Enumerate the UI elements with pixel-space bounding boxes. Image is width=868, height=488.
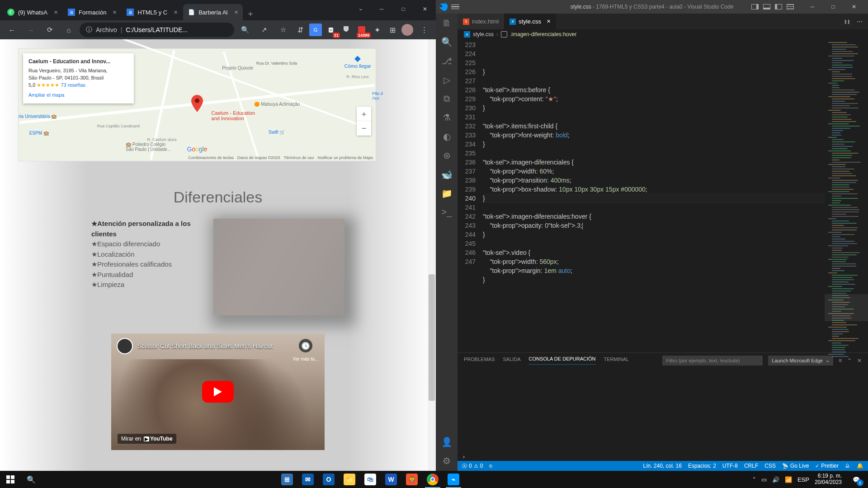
task-view-button[interactable]: ⊞ bbox=[277, 471, 297, 488]
maximize-button[interactable]: □ bbox=[392, 0, 414, 18]
panel-tab-salida[interactable]: SALIDA bbox=[503, 357, 520, 365]
ext-calendar[interactable]: 31 21 bbox=[325, 23, 337, 36]
minimize-button[interactable]: ─ bbox=[371, 0, 392, 18]
ext-cast-icon[interactable]: ⊞ bbox=[386, 23, 399, 36]
status-eol[interactable]: CRLF bbox=[744, 463, 758, 469]
scrollbar[interactable] bbox=[428, 39, 436, 471]
map-footer-terms[interactable]: Términos de uso bbox=[283, 155, 314, 160]
minimize-button[interactable]: ─ bbox=[802, 0, 823, 14]
tabs-search-icon[interactable]: ⌄ bbox=[358, 5, 363, 12]
docker-icon[interactable]: 🐋 bbox=[440, 169, 453, 180]
panel-tab-problemas[interactable]: PROBLEMAS bbox=[464, 357, 495, 365]
new-tab-button[interactable]: ＋ bbox=[244, 7, 257, 20]
language-indicator[interactable]: ESP bbox=[797, 476, 809, 483]
map-reviews[interactable]: 73 reseñas bbox=[61, 82, 85, 88]
tab-formacion[interactable]: a Formación ✕ bbox=[63, 4, 121, 20]
close-icon[interactable]: ✕ bbox=[547, 19, 551, 24]
explorer-button[interactable]: 📁 bbox=[339, 471, 360, 488]
status-position[interactable]: Lín. 240, col. 16 bbox=[643, 463, 681, 469]
map-directions[interactable]: ◆ Cómo llegar bbox=[344, 53, 371, 69]
close-icon[interactable]: ✕ bbox=[54, 9, 58, 15]
ext-shield[interactable]: ⛊ bbox=[340, 23, 353, 36]
close-icon[interactable]: ✕ bbox=[113, 9, 117, 15]
close-panel-icon[interactable]: ✕ bbox=[857, 357, 862, 364]
volume-icon[interactable]: 🔊 bbox=[772, 476, 779, 483]
panel-body[interactable]: › bbox=[458, 368, 868, 461]
status-bell-icon[interactable]: 🔔 bbox=[857, 463, 863, 469]
play-button[interactable] bbox=[202, 381, 234, 403]
map-footer-report[interactable]: Notificar un problema de Maps bbox=[317, 155, 373, 160]
zoom-out-button[interactable]: − bbox=[357, 121, 371, 136]
explorer-icon[interactable]: 🗎 bbox=[440, 18, 453, 28]
status-port[interactable]: ⎋ bbox=[489, 463, 492, 469]
testing-icon[interactable]: ⚗ bbox=[440, 112, 453, 123]
diferenciales-image[interactable] bbox=[213, 219, 344, 315]
notifications-button[interactable]: 💬5 bbox=[847, 471, 865, 488]
remote-icon[interactable]: ⊛ bbox=[440, 150, 453, 161]
status-feedback-icon[interactable]: 🕭 bbox=[845, 463, 850, 469]
battery-icon[interactable]: ▭ bbox=[761, 476, 767, 483]
brave-button[interactable]: 🦁 bbox=[401, 471, 422, 488]
watch-later-button[interactable]: 🕓 Ver más ta... bbox=[293, 339, 318, 362]
maximize-button[interactable]: □ bbox=[823, 0, 844, 14]
start-button[interactable] bbox=[0, 471, 21, 488]
word-button[interactable]: W bbox=[381, 471, 401, 488]
layout-bottom-icon[interactable] bbox=[763, 4, 770, 9]
tab-style-css[interactable]: # style.css ✕ bbox=[504, 14, 556, 29]
kebab-icon[interactable]: ⋮ bbox=[416, 22, 432, 38]
status-errors[interactable]: ⓧ0⚠0 bbox=[462, 463, 483, 469]
close-button[interactable]: ✕ bbox=[844, 0, 864, 14]
share-icon[interactable]: ↗ bbox=[256, 22, 272, 38]
run-debug-icon[interactable]: ▷ bbox=[440, 75, 453, 85]
search-button[interactable]: 🔍 bbox=[21, 471, 42, 488]
channel-avatar[interactable] bbox=[117, 338, 133, 354]
profile-avatar[interactable] bbox=[401, 24, 413, 36]
editor[interactable]: 2232242252262272282292302312322332342352… bbox=[458, 39, 868, 352]
clock[interactable]: 6:19 p. m. 20/04/2023 bbox=[815, 473, 842, 486]
menu-icon[interactable] bbox=[451, 5, 459, 9]
status-lang[interactable]: CSS bbox=[764, 463, 776, 469]
status-spaces[interactable]: Espacios: 2 bbox=[688, 463, 716, 469]
status-encoding[interactable]: UTF-8 bbox=[722, 463, 738, 469]
store-button[interactable]: 🛍 bbox=[360, 471, 381, 488]
mail-button[interactable]: ✉ bbox=[297, 471, 318, 488]
minimap[interactable] bbox=[825, 39, 868, 352]
tab-whatsapp[interactable]: ✆ (9) WhatsA ✕ bbox=[3, 4, 62, 20]
expand-icon[interactable]: ⌃ bbox=[847, 357, 852, 364]
forward-button[interactable]: → bbox=[23, 22, 39, 38]
breadcrumb[interactable]: # style.css › .imagen-diferenciales:hove… bbox=[458, 29, 868, 39]
more-icon[interactable]: ⋯ bbox=[857, 18, 863, 25]
close-icon[interactable]: ✕ bbox=[234, 9, 238, 15]
split-icon[interactable]: ⫿⫿ bbox=[844, 18, 850, 25]
timeline-icon[interactable]: ◐ bbox=[440, 131, 453, 142]
panel-filter-input[interactable]: Filtro (por ejemplo, text, !exclude) bbox=[662, 356, 763, 366]
chrome-button[interactable] bbox=[422, 471, 443, 488]
embedded-map[interactable]: Projeto Quixote Rua Dr. Valentino Sola 🟠… bbox=[18, 48, 376, 161]
map-enlarge-link[interactable]: Ampliar el mapa bbox=[28, 92, 128, 99]
code-area[interactable]: } "tok-sel">.items:before { "tok-prop">c… bbox=[483, 39, 868, 352]
filter-icon[interactable]: ≡ bbox=[839, 357, 842, 364]
zoom-in-button[interactable]: ＋ bbox=[357, 107, 371, 121]
zoom-icon[interactable]: 🔍 bbox=[237, 22, 253, 38]
close-icon[interactable]: ✕ bbox=[174, 9, 178, 15]
outlook-button[interactable]: O bbox=[318, 471, 339, 488]
map-footer-data[interactable]: Datos de mapas ©2023 bbox=[237, 155, 280, 160]
ext-rd[interactable]: ⇵ bbox=[294, 23, 307, 36]
bookmark-icon[interactable]: ☆ bbox=[275, 22, 291, 38]
ext-translate[interactable]: G bbox=[309, 23, 322, 36]
tray-chevron-icon[interactable]: ˄ bbox=[753, 476, 756, 483]
ext-puzzle-icon[interactable]: ✦ bbox=[371, 23, 383, 36]
minimap-viewport[interactable] bbox=[825, 294, 868, 321]
youtube-embed[interactable]: Scissor Cut Short Back and Sides Men's H… bbox=[111, 333, 325, 450]
ext-red[interactable]: 14399 bbox=[355, 23, 368, 36]
layout-left-icon[interactable] bbox=[751, 4, 759, 9]
wifi-icon[interactable]: 📶 bbox=[785, 476, 792, 483]
tab-html5[interactable]: a HTML5 y C ✕ bbox=[122, 4, 182, 20]
tab-barberia[interactable]: 📄 Barbería Al ✕ bbox=[183, 4, 242, 20]
search-icon[interactable]: 🔍 bbox=[440, 37, 453, 47]
panel-tab-consola[interactable]: CONSOLA DE DEPURACIÓN bbox=[529, 356, 596, 365]
omnibox[interactable]: ⓘ Archivo | C:/Users/LATITUDE... bbox=[80, 23, 234, 37]
vscode-titlebar[interactable]: style.css - 1769-HTML5 y CSS3 parte4 - a… bbox=[436, 0, 868, 14]
extensions-icon[interactable]: ⧉ bbox=[440, 94, 453, 104]
panel-launch-select[interactable]: Launch Microsoft Edge⌄ bbox=[768, 356, 833, 366]
